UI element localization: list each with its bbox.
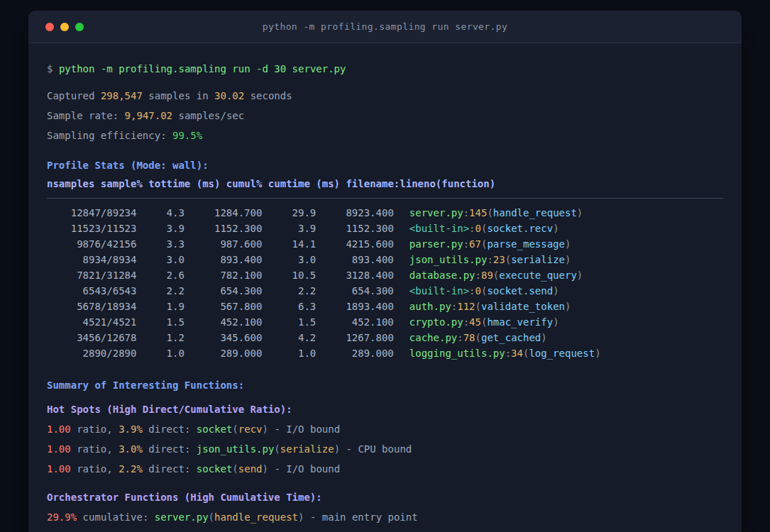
target-name: json_utils.py [197,443,275,455]
hot-spot-item: 1.00 ratio, 3.0% direct: json_utils.py(s… [47,439,723,459]
tottime-cell: 567.800 [185,299,263,314]
sample-pct-cell: 3.0 [136,252,184,267]
colon-separator: : [463,316,469,328]
close-paren: ) [553,285,559,297]
function-name: serialize [511,254,565,265]
summary-title: Summary of Interesting Functions: [47,375,723,395]
nsamples-cell: 5678/18934 [47,299,136,314]
colon-separator: : [463,238,469,250]
efficiency-value: 99.5% [172,130,202,141]
file-name: parser.py [409,238,463,250]
command-line: $ python -m profiling.sampling run -d 30… [47,59,723,79]
cumul-pct-cell: 14.1 [262,236,316,252]
file-name: logging_utils.py [409,348,505,359]
line-number: 0 [475,223,481,234]
line-number: 45 [469,316,481,328]
arg-name: handle_request [214,511,298,523]
sample-pct-cell: 1.0 [136,345,184,361]
nsamples-cell: 4521/4521 [47,314,136,330]
function-name: get_cached [481,332,541,343]
sample-pct-cell: 1.2 [136,330,184,345]
target-name: server.py [155,511,209,523]
file-name: <built-in> [409,223,469,234]
direct-label: direct: [148,463,190,475]
table-row: 9876/421563.3987.60014.14215.600parser.p… [47,236,723,252]
open-paren: ( [475,332,481,343]
line-number: 78 [463,332,475,343]
cumtime-cell: 8923.400 [316,205,394,221]
file-name: auth.py [409,301,451,312]
direct-pct-value: 2.2% [119,463,143,475]
cumtime-cell: 893.400 [316,252,394,267]
function-name: log_request [529,348,595,359]
function-name: socket.recv [487,223,553,234]
location-cell: cache.py:78(get_cached) [409,332,547,343]
minimize-button[interactable] [60,23,69,31]
colon-separator: : [463,207,469,218]
file-name: database.py [409,270,475,281]
close-paren: ) [577,207,583,218]
line-number: 67 [469,238,481,250]
close-paren: ) [595,348,600,359]
arg-name: send [238,463,263,475]
close-paren: ) [565,254,571,265]
direct-label: direct: [148,443,190,455]
colon-separator: : [487,254,493,265]
captured-prefix: Captured [47,90,94,101]
nsamples-cell: 8934/8934 [47,252,136,267]
cumul-pct-cell: 2.2 [262,283,316,299]
close-paren: ) [553,316,559,328]
efficiency-label: Sampling efficiency: [47,130,167,141]
close-paren: ) [577,270,583,281]
nsamples-cell: 11523/11523 [47,221,136,236]
close-paren: ) [298,511,304,523]
nsamples-cell: 3456/12678 [47,330,136,345]
duration-value: 30.02 [214,90,244,101]
function-name: handle_request [493,207,577,218]
cumul-pct-cell: 1.5 [262,314,316,330]
file-name: cache.py [409,332,457,343]
arg-name: recv [238,423,263,435]
cumtime-cell: 1152.300 [316,221,394,236]
cumul-pct-cell: 3.9 [262,221,316,236]
sample-count-value: 298,547 [101,90,143,101]
titlebar[interactable]: python -m profiling.sampling run server.… [28,11,742,43]
file-name: <built-in> [409,285,469,297]
orchestrators-list: 29.9% cumulative: server.py(handle_reque… [47,507,723,532]
stats-title: Profile Stats (Mode: wall): [47,155,723,175]
sample-pct-cell: 3.9 [136,221,184,236]
ratio-value: 1.00 [47,423,71,435]
cumul-pct-cell: 3.0 [262,252,316,267]
cumtime-cell: 289.000 [316,345,394,361]
close-button[interactable] [45,23,54,31]
captured-suffix: seconds [251,90,292,101]
zoom-button[interactable] [75,23,84,31]
hot-spots-list: 1.00 ratio, 3.9% direct: socket(recv) - … [47,419,723,479]
cumtime-cell: 654.300 [316,283,394,299]
line-number: 0 [475,285,481,297]
terminal-output[interactable]: $ python -m profiling.sampling run -d 30… [28,43,742,532]
line-number: 89 [481,270,493,281]
location-cell: crypto.py:45(hmac_verify) [409,316,559,328]
table-row: 4521/45211.5452.1001.5452.100crypto.py:4… [47,314,723,330]
table-divider [47,198,723,199]
target-name: socket [197,423,233,435]
sample-rate-label: Sample rate: [47,110,119,121]
tottime-cell: 654.300 [185,283,263,299]
note-text: - CPU bound [346,443,412,455]
ratio-label: ratio, [77,423,113,435]
ratio-value: 1.00 [47,463,71,475]
sample-rate-line: Sample rate: 9,947.02 samples/sec [47,106,723,126]
location-cell: <built-in>:0(socket.send) [409,285,559,297]
terminal-window: python -m profiling.sampling run server.… [28,11,742,532]
direct-pct-value: 3.9% [119,423,143,435]
sample-pct-cell: 4.3 [136,205,184,221]
line-number: 112 [457,301,475,312]
stats-table-header: nsamples sample% tottime (ms) cumul% cum… [47,175,723,192]
window-title: python -m profiling.sampling run server.… [28,21,742,32]
colon-separator: : [469,223,475,234]
orchestrator-item: 29.9% cumulative: server.py(handle_reque… [47,507,723,527]
location-cell: logging_utils.py:34(log_request) [409,348,601,359]
location-cell: auth.py:112(validate_token) [409,301,571,312]
sample-pct-cell: 2.6 [136,267,184,283]
